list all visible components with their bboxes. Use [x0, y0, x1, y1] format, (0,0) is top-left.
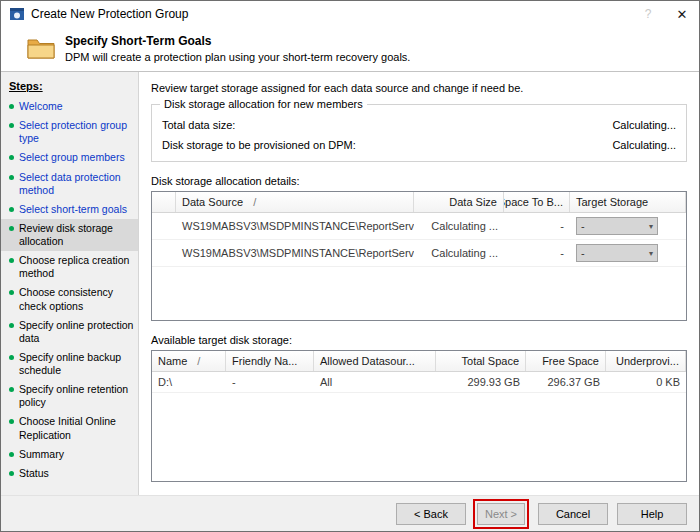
next-button[interactable]: Next > [477, 503, 525, 525]
space-to-be-cell: - [504, 220, 570, 232]
titlebar: Create New Protection Group ? ✕ [1, 1, 699, 27]
step-label: Choose replica creation method [19, 254, 134, 280]
step-label: Welcome [19, 100, 63, 113]
step-label: Review disk storage allocation [19, 222, 134, 248]
allocation-details-label: Disk storage allocation details: [151, 175, 687, 187]
folder-icon [27, 36, 55, 64]
sidebar-step[interactable]: Choose Initial Online Replication [1, 412, 138, 444]
steps-sidebar: Steps: WelcomeSelect protection group ty… [1, 72, 139, 495]
footer-bar: < Back Next > Cancel Help [1, 495, 699, 531]
step-bullet-icon [9, 452, 14, 457]
step-bullet-icon [9, 355, 14, 360]
step-label: Choose consistency check options [19, 286, 134, 312]
sidebar-step[interactable]: Select short-term goals [1, 200, 138, 219]
step-label: Select data protection method [19, 171, 134, 197]
sidebar-step[interactable]: Choose consistency check options [1, 283, 138, 315]
allocation-row[interactable]: WS19MABSV3\MSDPMINSTANCE\ReportServe...C… [152, 213, 686, 240]
step-bullet-icon [9, 155, 14, 160]
column-header-free-space[interactable]: Free Space [526, 351, 606, 371]
target-storage-dropdown[interactable]: -▾ [576, 217, 658, 235]
step-bullet-icon [9, 226, 14, 231]
sidebar-step[interactable]: Welcome [1, 97, 138, 116]
step-label: Specify online retention policy [19, 383, 134, 409]
friendly-name-cell: - [226, 376, 314, 388]
allocation-table-body: WS19MABSV3\MSDPMINSTANCE\ReportServe...C… [152, 213, 686, 267]
column-header-blank[interactable] [152, 192, 176, 212]
available-storage-table-header: Name / Friendly Na... Allowed Datasour..… [152, 351, 686, 372]
sort-indicator-icon: / [253, 196, 256, 208]
step-label: Select short-term goals [19, 203, 127, 216]
step-bullet-icon [9, 387, 14, 392]
total-space-cell: 299.93 GB [436, 376, 526, 388]
steps-list: WelcomeSelect protection group typeSelec… [1, 97, 138, 483]
step-bullet-icon [9, 123, 14, 128]
wizard-header: Specify Short-Term Goals DPM will create… [1, 27, 699, 72]
step-label: Select group members [19, 151, 125, 164]
total-data-size-value: Calculating... [612, 119, 676, 131]
help-icon[interactable]: ? [631, 1, 665, 27]
step-bullet-icon [9, 175, 14, 180]
step-bullet-icon [9, 419, 14, 424]
close-icon[interactable]: ✕ [665, 1, 699, 27]
underprovisioned-cell: 0 KB [606, 376, 686, 388]
free-space-cell: 296.37 GB [526, 376, 606, 388]
sidebar-step[interactable]: Review disk storage allocation [1, 219, 138, 251]
sidebar-step[interactable]: Specify online protection data [1, 316, 138, 348]
sidebar-step[interactable]: Specify online retention policy [1, 380, 138, 412]
step-bullet-icon [9, 471, 14, 476]
disk-allocation-groupbox: Disk storage allocation for new members … [151, 104, 687, 162]
column-header-target-storage[interactable]: Target Storage [570, 192, 686, 212]
step-label: Choose Initial Online Replication [19, 415, 134, 441]
sidebar-step[interactable]: Select data protection method [1, 168, 138, 200]
help-button[interactable]: Help [617, 503, 687, 525]
instruction-text: Review target storage assigned for each … [151, 82, 687, 94]
step-label: Status [19, 467, 49, 480]
available-storage-row[interactable]: D:\-All299.93 GB296.37 GB0 KB [152, 372, 686, 393]
window-title: Create New Protection Group [31, 7, 631, 21]
sidebar-step[interactable]: Select group members [1, 148, 138, 167]
sidebar-step[interactable]: Summary [1, 445, 138, 464]
back-button[interactable]: < Back [396, 503, 466, 525]
next-button-highlight: Next > [473, 499, 529, 529]
step-bullet-icon [9, 323, 14, 328]
chevron-down-icon: ▾ [649, 222, 653, 231]
step-label: Specify online protection data [19, 319, 134, 345]
allocation-table: Data Source / Data Size Space To B... Ta… [151, 191, 687, 321]
column-header-data-source[interactable]: Data Source / [176, 192, 414, 212]
sidebar-step[interactable]: Choose replica creation method [1, 251, 138, 283]
column-header-underprovisioned[interactable]: Underprovi... [606, 351, 686, 371]
step-label: Specify online backup schedule [19, 351, 134, 377]
column-header-friendly-name[interactable]: Friendly Na... [226, 351, 314, 371]
available-storage-label: Available target disk storage: [151, 334, 687, 346]
main-content: Review target storage assigned for each … [139, 72, 699, 495]
available-storage-table: Name / Friendly Na... Allowed Datasour..… [151, 350, 687, 482]
sidebar-step[interactable]: Specify online backup schedule [1, 348, 138, 380]
space-to-be-cell: - [504, 247, 570, 259]
column-header-allowed-datasources[interactable]: Allowed Datasour... [314, 351, 436, 371]
sidebar-step[interactable]: Select protection group type [1, 116, 138, 148]
column-header-name[interactable]: Name / [152, 351, 226, 371]
sidebar-step[interactable]: Status [1, 464, 138, 483]
allowed-datasources-cell: All [314, 376, 436, 388]
step-bullet-icon [9, 207, 14, 212]
step-label: Select protection group type [19, 119, 134, 145]
column-header-total-space[interactable]: Total Space [436, 351, 526, 371]
page-title: Specify Short-Term Goals [65, 34, 410, 48]
data-source-cell: WS19MABSV3\MSDPMINSTANCE\ReportServe... [176, 247, 414, 259]
step-bullet-icon [9, 104, 14, 109]
allocation-table-header: Data Source / Data Size Space To B... Ta… [152, 192, 686, 213]
create-new-protection-group-window: Create New Protection Group ? ✕ Specify … [0, 0, 700, 532]
column-header-data-size[interactable]: Data Size [414, 192, 504, 212]
available-table-body: D:\-All299.93 GB296.37 GB0 KB [152, 372, 686, 393]
cancel-button[interactable]: Cancel [538, 503, 608, 525]
step-label: Summary [19, 448, 64, 461]
target-storage-dropdown[interactable]: -▾ [576, 244, 658, 262]
total-data-size-label: Total data size: [162, 119, 235, 131]
groupbox-legend: Disk storage allocation for new members [160, 98, 367, 110]
sort-indicator-icon: / [197, 355, 200, 367]
chevron-down-icon: ▾ [649, 249, 653, 258]
column-header-space-to-be[interactable]: Space To B... [504, 192, 570, 212]
page-subtitle: DPM will create a protection plan using … [65, 51, 410, 63]
app-icon [9, 6, 25, 22]
allocation-row[interactable]: WS19MABSV3\MSDPMINSTANCE\ReportServe...C… [152, 240, 686, 267]
